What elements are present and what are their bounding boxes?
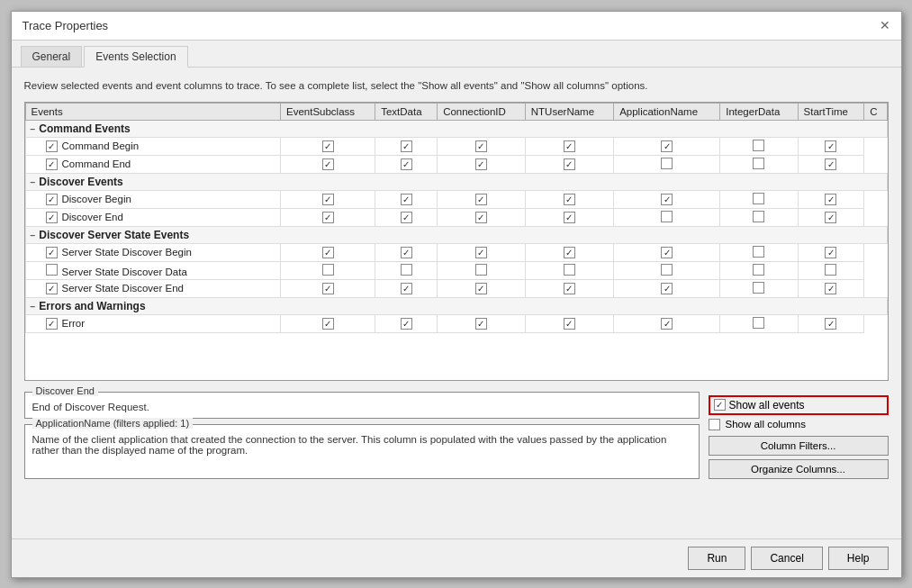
col-checkbox-cell [720,314,798,332]
row-checkbox[interactable] [46,140,58,152]
col-checkbox[interactable] [753,317,764,329]
row-checkbox[interactable] [46,194,58,205]
col-checkbox[interactable] [564,283,575,294]
col-checkbox[interactable] [401,264,412,276]
col-checkbox[interactable] [753,158,764,169]
col-checkbox[interactable] [753,140,764,151]
col-checkbox[interactable] [661,264,673,276]
collapse-btn[interactable]: − [31,177,36,187]
tab-general[interactable]: General [21,46,83,67]
col-checkbox[interactable] [661,318,673,330]
collapse-btn[interactable]: − [31,302,36,312]
col-checkbox[interactable] [475,158,487,170]
col-checkbox[interactable] [825,318,836,330]
col-checkbox[interactable] [322,264,334,276]
col-checkbox[interactable] [564,194,575,205]
cancel-button[interactable]: Cancel [751,547,822,570]
help-button[interactable]: Help [828,547,889,570]
row-checkbox[interactable] [46,283,58,294]
col-checkbox[interactable] [401,140,412,152]
close-button[interactable]: ✕ [880,19,890,32]
col-header-eventsubclass: EventSubclass [280,103,375,120]
col-checkbox-cell [720,137,798,155]
col-checkbox[interactable] [322,283,334,294]
column-filters-button[interactable]: Column Filters... [709,436,889,456]
col-checkbox[interactable] [564,158,575,170]
col-checkbox[interactable] [825,264,836,276]
col-checkbox[interactable] [564,247,575,258]
row-event-name: Discover Begin [62,194,131,204]
col-checkbox[interactable] [475,140,487,152]
events-table: Events EventSubclass TextData Connection… [25,103,888,333]
tab-bar: General Events Selection [12,41,901,68]
col-checkbox[interactable] [322,158,334,170]
col-checkbox[interactable] [401,212,412,223]
collapse-btn[interactable]: − [31,231,36,240]
tab-events-selection[interactable]: Events Selection [84,46,187,68]
col-checkbox[interactable] [322,194,334,205]
col-checkbox[interactable] [475,212,487,223]
col-checkbox[interactable] [475,264,487,276]
collapse-btn[interactable]: − [31,124,36,134]
show-all-events-checkbox[interactable] [714,399,726,411]
col-checkbox-cell [798,208,864,226]
bottom-area: Discover End End of Discover Request. Ap… [24,392,889,479]
col-checkbox[interactable] [401,247,412,258]
table-group-row: −Discover Events [25,173,887,190]
col-checkbox-cell [720,155,798,173]
col-checkbox[interactable] [661,247,673,258]
col-checkbox-cell [280,137,375,155]
col-checkbox[interactable] [661,140,673,152]
show-all-columns-row[interactable]: Show all columns [709,419,889,430]
col-checkbox-cell [720,190,798,208]
row-checkbox[interactable] [46,318,58,330]
col-checkbox[interactable] [825,283,836,294]
col-checkbox-cell [525,314,613,332]
col-checkbox[interactable] [475,247,487,258]
col-checkbox[interactable] [825,140,836,152]
col-checkbox[interactable] [661,211,673,222]
col-checkbox[interactable] [475,318,487,330]
row-checkbox[interactable] [46,212,58,223]
col-checkbox-cell [280,261,375,279]
show-all-events-container: Show all events [709,395,889,415]
col-checkbox[interactable] [753,282,764,294]
col-checkbox[interactable] [564,212,575,223]
col-checkbox[interactable] [322,318,334,330]
col-checkbox[interactable] [661,283,673,294]
row-checkbox[interactable] [46,247,58,258]
col-checkbox-cell [438,190,526,208]
row-checkbox[interactable] [46,158,58,170]
col-checkbox[interactable] [322,140,334,152]
col-checkbox[interactable] [753,246,764,258]
col-checkbox[interactable] [475,283,487,294]
col-checkbox[interactable] [475,194,487,205]
col-checkbox[interactable] [322,247,334,258]
app-name-box: ApplicationName (filters applied: 1) Nam… [24,424,700,479]
col-checkbox[interactable] [401,158,412,170]
col-checkbox[interactable] [401,283,412,294]
col-checkbox-cell [798,137,864,155]
col-checkbox[interactable] [661,194,673,205]
col-checkbox[interactable] [753,264,764,276]
col-checkbox[interactable] [825,158,836,170]
col-checkbox[interactable] [753,193,764,204]
run-button[interactable]: Run [688,547,745,570]
col-checkbox[interactable] [401,318,412,330]
organize-columns-button[interactable]: Organize Columns... [709,459,889,479]
col-checkbox[interactable] [825,194,836,205]
col-checkbox[interactable] [564,264,575,276]
show-all-columns-checkbox[interactable] [709,419,720,430]
dialog-title: Trace Properties [23,19,109,32]
col-checkbox[interactable] [564,140,575,152]
events-table-wrapper[interactable]: Events EventSubclass TextData Connection… [24,102,889,381]
col-checkbox[interactable] [322,212,334,223]
col-checkbox-cell [614,155,720,173]
col-checkbox[interactable] [825,247,836,258]
col-checkbox[interactable] [753,211,764,222]
col-checkbox[interactable] [825,212,836,223]
row-checkbox[interactable] [46,264,58,276]
col-checkbox[interactable] [401,194,412,205]
col-checkbox[interactable] [564,318,575,330]
col-checkbox[interactable] [661,158,673,169]
